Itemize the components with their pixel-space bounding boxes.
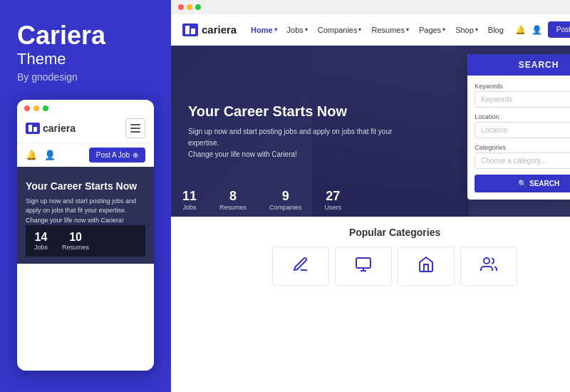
mobile-logo-icon [26, 123, 40, 134]
hero-stat-jobs: 11 Jobs [171, 183, 208, 217]
svg-rect-0 [28, 125, 32, 132]
categories-grid [182, 247, 570, 286]
category-business-icon [418, 256, 435, 277]
hero-stat-resumes: 8 Resumes [208, 183, 258, 217]
dot-green [43, 105, 48, 111]
nav-resumes-label: Resumes [371, 26, 404, 34]
nav-shop[interactable]: Shop ▾ [455, 26, 478, 34]
nav-home-label: Home [251, 26, 273, 34]
search-submit-button[interactable]: 🔍 SEARCH [475, 175, 570, 192]
mobile-stat-resumes-label: Resumes [62, 244, 89, 251]
user-icon[interactable]: 👤 [44, 150, 56, 160]
category-card-tech[interactable] [335, 247, 392, 286]
hero-stat-companies: 9 Companies [258, 183, 314, 217]
browser-content: cariera Home ▾ Jobs ▾ Companies ▾ Resume… [171, 14, 570, 392]
hero-stat-resumes-num: 8 [219, 189, 247, 204]
nav-jobs[interactable]: Jobs ▾ [287, 26, 308, 34]
svg-rect-3 [191, 29, 195, 34]
nav-companies-label: Companies [318, 26, 358, 34]
nav-pages[interactable]: Pages ▾ [419, 26, 445, 34]
hero-stat-companies-label: Companies [269, 204, 302, 211]
site-logo-icon [182, 24, 198, 36]
hamburger-line [130, 128, 140, 129]
categories-field-group: Categories Choose a category... ▾ [475, 144, 570, 169]
hamburger-line [130, 124, 140, 125]
mobile-stat-resumes-num: 10 [62, 231, 89, 244]
nav-home-arrow: ▾ [274, 26, 277, 33]
categories-title: Popular Categories [182, 227, 570, 238]
nav-companies-arrow: ▾ [358, 26, 361, 33]
categories-placeholder: Choose a category... [481, 157, 546, 165]
nav-actions: 🔔 👤 Post A Job ⊕ [515, 21, 570, 38]
svg-rect-4 [356, 258, 370, 268]
keywords-input[interactable]: Keywords [475, 91, 570, 108]
mobile-logo: cariera [26, 123, 76, 134]
hero-stat-resumes-label: Resumes [219, 204, 247, 211]
nav-user-icon[interactable]: 👤 [532, 25, 542, 35]
hamburger-menu[interactable] [125, 118, 145, 138]
browser-dot-yellow [187, 4, 192, 10]
mobile-stat-jobs-num: 14 [34, 231, 48, 244]
nav-pages-arrow: ▾ [442, 26, 445, 33]
search-body: Keywords Keywords Location Location ⊙ [467, 76, 570, 200]
location-input[interactable]: Location ⊙ [475, 122, 570, 138]
hero-text: Your Career Starts Now Sign up now and s… [171, 88, 413, 175]
nav-resumes-arrow: ▾ [406, 26, 409, 33]
category-card-design[interactable] [272, 247, 329, 286]
site-logo-text: cariera [202, 24, 237, 36]
hero-stat-users-num: 27 [325, 189, 342, 204]
hero-subtitle: Sign up now and start posting jobs and a… [188, 126, 396, 160]
site-logo: cariera [182, 24, 239, 36]
mobile-hero: Your Career Starts Now Sign up now and s… [17, 167, 154, 264]
category-card-business[interactable] [398, 247, 455, 286]
mobile-logo-text: cariera [43, 123, 76, 134]
brand-subtitle: Theme [17, 50, 154, 68]
keywords-placeholder: Keywords [481, 96, 512, 103]
nav-companies[interactable]: Companies ▾ [318, 26, 362, 34]
nav-blog[interactable]: Blog [488, 26, 504, 34]
keywords-field-group: Keywords Keywords [475, 83, 570, 108]
hero-stat-jobs-label: Jobs [182, 204, 197, 211]
left-panel: Cariera Theme By gnodesign cariera [0, 0, 171, 392]
brand-author: By gnodesign [17, 71, 154, 83]
bell-icon[interactable]: 🔔 [26, 150, 37, 160]
mobile-stat-resumes: 10 Resumes [62, 231, 89, 251]
categories-select[interactable]: Choose a category... ▾ [475, 153, 570, 169]
right-panel: cariera Home ▾ Jobs ▾ Companies ▾ Resume… [171, 0, 570, 392]
location-label: Location [475, 113, 570, 120]
nav-bell-icon[interactable]: 🔔 [515, 25, 526, 35]
post-btn-label: Post A Job [96, 151, 130, 159]
hero-stat-users-label: Users [325, 204, 342, 211]
mobile-actions: 🔔 👤 Post A Job ⊕ [17, 143, 154, 167]
mobile-mockup: cariera 🔔 👤 Post A Job ⊕ Your Career Sta… [17, 100, 154, 371]
categories-label: Categories [475, 144, 570, 151]
category-tech-icon [355, 256, 372, 277]
hero-section: Your Career Starts Now Sign up now and s… [171, 46, 570, 217]
nav-links: Home ▾ Jobs ▾ Companies ▾ Resumes ▾ Page… [251, 26, 504, 34]
nav-jobs-label: Jobs [287, 26, 304, 34]
mobile-nav: cariera [17, 114, 154, 143]
search-header: SEARCH [467, 54, 570, 76]
svg-rect-1 [33, 127, 37, 132]
dot-yellow [33, 105, 39, 111]
search-btn-label: SEARCH [529, 180, 559, 187]
site-nav: cariera Home ▾ Jobs ▾ Companies ▾ Resume… [171, 14, 570, 46]
mobile-hero-title: Your Career Starts Now [26, 180, 145, 192]
brand-section: Cariera Theme By gnodesign [17, 21, 154, 83]
dot-red [24, 105, 30, 111]
mobile-hero-subtitle: Sign up now and start posting jobs and a… [26, 197, 145, 226]
browser-dot-red [178, 4, 184, 10]
mobile-titlebar [17, 100, 154, 114]
hero-stat-companies-num: 9 [269, 189, 302, 204]
search-box: SEARCH Keywords Keywords Location Locati… [467, 54, 570, 200]
mobile-post-btn[interactable]: Post A Job ⊕ [89, 148, 145, 163]
location-field-group: Location Location ⊙ [475, 113, 570, 138]
nav-resumes[interactable]: Resumes ▾ [371, 26, 408, 34]
category-card-hr[interactable] [460, 247, 517, 286]
nav-home[interactable]: Home ▾ [251, 26, 277, 34]
brand-name: Cariera [17, 21, 154, 50]
mobile-stat-jobs-label: Jobs [34, 244, 48, 251]
post-job-label: Post A Job [556, 26, 570, 33]
hero-title: Your Career Starts Now [188, 102, 396, 120]
post-job-button[interactable]: Post A Job ⊕ [548, 21, 570, 38]
